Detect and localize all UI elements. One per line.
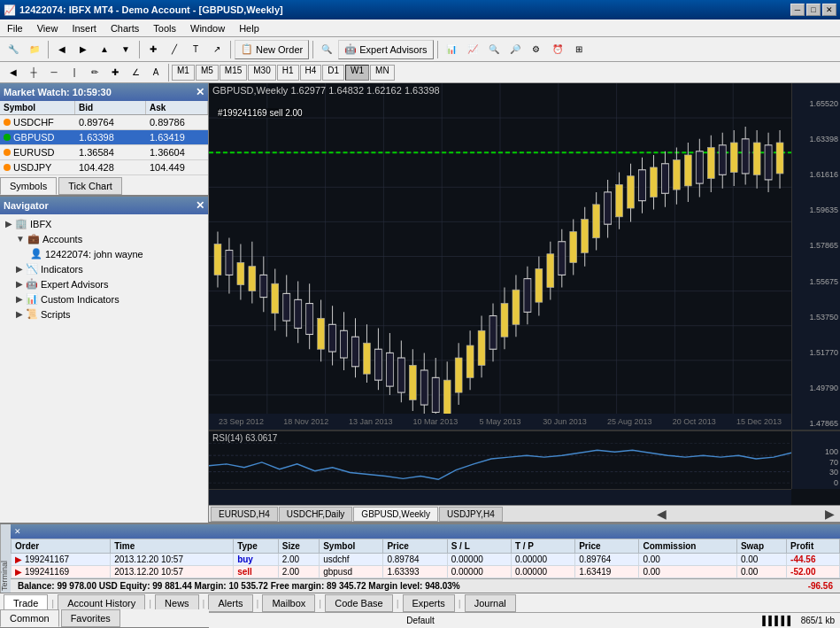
tab-journal[interactable]: Journal [465, 594, 516, 612]
tf-m15[interactable]: M15 [220, 65, 247, 81]
svg-rect-118 [776, 143, 783, 174]
menu-insert[interactable]: Insert [65, 21, 104, 35]
nav-indicators[interactable]: ▶ 📉 Indicators [2, 261, 206, 276]
svg-rect-42 [341, 330, 348, 358]
toolbar-text[interactable]: T [186, 40, 205, 59]
tab-mailbox[interactable]: Mailbox [262, 594, 315, 612]
td-type-2: sell [234, 566, 279, 578]
chart-scroll-right[interactable]: ▶ [821, 507, 838, 521]
tf-h1[interactable]: H1 [277, 65, 299, 81]
toolbar-cross[interactable]: ✚ [143, 40, 163, 59]
svg-rect-56 [420, 370, 428, 405]
expert-advisors-button[interactable]: 🤖 Expert Advisors [338, 40, 433, 59]
toolbar-zoom-out[interactable]: 🔎 [505, 40, 525, 59]
minimize-button[interactable]: ─ [790, 4, 805, 16]
tf-d1[interactable]: D1 [322, 65, 344, 81]
price-scale: 1.65520 1.63398 1.61616 1.59635 1.57865 … [791, 83, 840, 430]
tf-cursor[interactable]: ┼ [24, 63, 43, 82]
tab-experts[interactable]: Experts [403, 594, 455, 612]
tf-nav-left[interactable]: ◀ [4, 63, 23, 82]
chart-tab-usdchf[interactable]: USDCHF,Daily [279, 507, 353, 522]
tf-angle[interactable]: ∠ [126, 63, 145, 82]
toolbar-grid[interactable]: ⊞ [569, 40, 589, 59]
toolbar-line[interactable]: ╱ [165, 40, 184, 59]
tf-m30[interactable]: M30 [248, 65, 275, 81]
toolbar-chart1[interactable]: 📊 [442, 40, 461, 59]
market-watch-close[interactable]: ✕ [196, 86, 204, 98]
tf-line[interactable]: ─ [44, 63, 64, 82]
navigator-header: Navigator ✕ [0, 197, 208, 214]
menu-window[interactable]: Window [183, 21, 232, 35]
td-sl-1: 0.00000 [447, 554, 511, 566]
terminal-row-2[interactable]: ▶199241169 2013.12.20 10:57 sell 2.00 gb… [12, 566, 840, 578]
mw-row-eurusd[interactable]: EURUSD 1.36584 1.36604 [0, 145, 208, 160]
tab-alerts[interactable]: Alerts [208, 594, 252, 612]
toolbar-up[interactable]: ▲ [95, 40, 114, 59]
expand-custom: ▶ [16, 294, 23, 304]
tf-m1[interactable]: M1 [172, 65, 195, 81]
mw-ask-usdchf: 0.89786 [146, 115, 208, 129]
mw-row-usdjpy[interactable]: USDJPY 104.428 104.449 [0, 160, 208, 175]
menu-help[interactable]: Help [232, 21, 266, 35]
terminal-area: Terminal ✕ Order Time Type Size Symbol P… [0, 523, 840, 593]
chart-tab-gbpusd[interactable]: GBPUSD,Weekly [353, 507, 438, 522]
nav-account-john[interactable]: 👤 12422074: john wayne [2, 246, 206, 261]
mw-row-gbpusd[interactable]: GBPUSD 1.63398 1.63419 [0, 130, 208, 145]
toolbar-clock[interactable]: ⏰ [548, 40, 567, 59]
toolbar-back[interactable]: ◀ [52, 40, 72, 59]
nav-custom[interactable]: ▶ 📊 Custom Indicators [2, 291, 206, 306]
tf-mn[interactable]: MN [370, 65, 395, 81]
tf-w1[interactable]: W1 [345, 65, 369, 81]
row1-icon: ▶ [15, 554, 22, 564]
mw-ask-usdjpy: 104.449 [146, 160, 208, 174]
nav-scripts[interactable]: ▶ 📜 Scripts [2, 306, 206, 322]
maximize-button[interactable]: □ [806, 4, 821, 16]
x-label-4: 10 Mar 2013 [403, 417, 467, 426]
menu-view[interactable]: View [30, 21, 66, 35]
tab-symbols[interactable]: Symbols [0, 177, 57, 195]
tf-hline[interactable]: | [65, 63, 84, 82]
mw-row-usdchf[interactable]: USDCHF 0.89764 0.89786 [0, 115, 208, 130]
toolbar-fwd[interactable]: ▶ [73, 40, 93, 59]
toolbar-zoom-in[interactable]: 🔍 [484, 40, 504, 59]
tf-text[interactable]: A [146, 63, 166, 82]
tf-cross[interactable]: ✚ [105, 63, 125, 82]
title-bar: 📈 12422074: IBFX MT4 - Demo Account - [G… [0, 0, 840, 19]
tf-h4[interactable]: H4 [300, 65, 322, 81]
chart-scroll-left[interactable]: ◀ [653, 507, 670, 521]
toolbar-search[interactable]: 🔍 [317, 40, 336, 59]
terminal-close-btn[interactable]: ✕ [14, 527, 21, 536]
close-button[interactable]: ✕ [822, 4, 836, 16]
chart-tab-usdjpy[interactable]: USDJPY,H4 [439, 507, 503, 522]
terminal-side-label[interactable]: Terminal [0, 524, 11, 593]
navigator-close[interactable]: ✕ [196, 199, 204, 212]
toolbar-chart2[interactable]: 📈 [463, 40, 482, 59]
toolbar-open[interactable]: 📁 [25, 40, 44, 59]
svg-rect-116 [765, 145, 772, 180]
toolbar-arrow[interactable]: ↗ [207, 40, 227, 59]
menu-charts[interactable]: Charts [104, 21, 146, 35]
menu-file[interactable]: File [0, 21, 30, 35]
rsi-30: 30 [794, 468, 838, 477]
tf-m5[interactable]: M5 [196, 65, 219, 81]
tf-pen[interactable]: ✏ [85, 63, 104, 82]
tab-code-base[interactable]: Code Base [325, 594, 392, 612]
menu-tools[interactable]: Tools [146, 21, 183, 35]
new-order-button[interactable]: 📋 New Order [235, 40, 309, 59]
svg-rect-72 [512, 290, 520, 324]
rsi-x-axis [209, 489, 791, 505]
td-size-1: 2.00 [278, 554, 319, 566]
terminal-row-1[interactable]: ▶199241167 2013.12.20 10:57 buy 2.00 usd… [12, 554, 840, 566]
tab-tick-chart[interactable]: Tick Chart [58, 177, 122, 195]
nav-tree: ▶ 🏢 IBFX ▼ 💼 Accounts 👤 12422074: john w… [0, 214, 208, 323]
mw-symbol-gbpusd: GBPUSD [0, 130, 75, 144]
toolbar-down[interactable]: ▼ [116, 40, 135, 59]
toolbar-props[interactable]: ⚙ [527, 40, 546, 59]
chart-tab-eurusd[interactable]: EURUSD,H4 [211, 507, 278, 522]
svg-rect-52 [397, 358, 405, 392]
chart-container[interactable]: GBPUSD,Weekly 1.62977 1.64832 1.62162 1.… [209, 83, 840, 430]
toolbar-new[interactable]: 🔧 [4, 40, 23, 59]
nav-accounts[interactable]: ▼ 💼 Accounts [2, 231, 206, 246]
nav-ea[interactable]: ▶ 🤖 Expert Advisors [2, 276, 206, 291]
nav-ibfx[interactable]: ▶ 🏢 IBFX [2, 216, 206, 231]
